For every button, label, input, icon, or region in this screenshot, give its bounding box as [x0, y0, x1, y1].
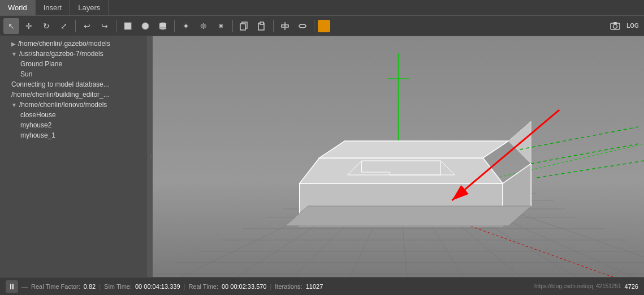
tree-item-gazebo-models[interactable]: ▶ /home/chenlin/.gazebo/models: [0, 39, 147, 49]
tab-layers-label: Layers: [78, 3, 100, 12]
real-time-factor-value: 0.82: [84, 283, 96, 290]
model-tree-panel: ▶ /home/chenlin/.gazebo/models ▼ /usr/sh…: [0, 36, 148, 277]
status-bar: ⏸ — Real Time Factor: 0.82 | Sim Time: 0…: [0, 277, 644, 295]
svg-rect-8: [260, 22, 263, 24]
tree-item-myhouse2[interactable]: myhouse2: [0, 120, 147, 130]
camera-button[interactable]: [607, 18, 623, 34]
toolbar-separator-6: [314, 20, 314, 32]
tree-item-label: /home/chenlin/building_editor_...: [11, 91, 142, 99]
svg-rect-6: [240, 24, 245, 30]
align-button[interactable]: [277, 18, 293, 34]
svg-marker-44: [286, 206, 531, 226]
toolbar: ↖ ✛ ↻ ⤢ ↩ ↪ ✦ ❊ ⁕ LOG: [0, 16, 644, 36]
tree-item-myhouse1[interactable]: myhouse_1: [0, 130, 147, 140]
tree-item-label: closeHouse: [20, 111, 142, 119]
tree-item-label: Connecting to model database...: [11, 80, 142, 88]
sphere-button[interactable]: [137, 18, 153, 34]
paste-button[interactable]: [254, 18, 270, 34]
undo-button[interactable]: ↩: [79, 18, 95, 34]
3d-viewport[interactable]: [153, 36, 644, 277]
fps-value: 4726: [625, 283, 638, 290]
copy-button[interactable]: [236, 18, 252, 34]
pause-button[interactable]: ⏸: [6, 280, 18, 293]
tree-item-usr-share[interactable]: ▼ /usr/share/gazebo-7/models: [0, 49, 147, 59]
tree-item-connecting: Connecting to model database...: [0, 79, 147, 89]
iterations-label: Iterations:: [275, 283, 302, 290]
cylinder-button[interactable]: [155, 18, 171, 34]
log-button[interactable]: LOG: [625, 18, 641, 34]
tree-item-ground-plane[interactable]: Ground Plane: [0, 59, 147, 69]
watermark-text: https://blog.csdn.net/qq_42151251: [534, 283, 621, 289]
tab-world-label: World: [8, 3, 27, 12]
tree-item-building-editor[interactable]: /home/chenlin/building_editor_...: [0, 89, 147, 100]
status-sep-1: |: [99, 283, 101, 290]
panel-splitter[interactable]: ⋮: [148, 36, 153, 277]
snap-button[interactable]: [295, 18, 310, 34]
tab-insert-label: Insert: [44, 3, 62, 12]
orange-tool-button[interactable]: [318, 20, 330, 32]
viewport-canvas: [153, 36, 644, 277]
toolbar-separator-2: [116, 20, 116, 32]
tree-item-label: /usr/share/gazebo-7/models: [19, 50, 142, 58]
status-dash: —: [21, 283, 28, 290]
spot-light-button[interactable]: ❊: [196, 18, 211, 34]
dir-light-button[interactable]: ⁕: [213, 18, 229, 34]
arrow-icon: ▶: [11, 41, 16, 47]
toolbar-separator-5: [273, 20, 274, 32]
tree-item-label: /home/chenlin/lenovo/models: [19, 101, 142, 109]
svg-point-4: [159, 27, 166, 29]
arrow-icon: ▼: [11, 102, 17, 108]
rotate-tool-button[interactable]: ↻: [38, 18, 54, 34]
main-layout: ▶ /home/chenlin/.gazebo/models ▼ /usr/sh…: [0, 36, 644, 277]
tree-item-label: Sun: [20, 70, 142, 78]
tree-item-label: myhouse_1: [20, 131, 142, 139]
svg-rect-0: [124, 23, 131, 29]
svg-marker-38: [300, 158, 503, 183]
box-button[interactable]: [120, 18, 136, 34]
svg-marker-41: [319, 141, 509, 158]
tab-layers[interactable]: Layers: [70, 0, 109, 15]
svg-point-12: [613, 24, 617, 28]
svg-rect-13: [613, 22, 617, 24]
tree-item-lenovo-models[interactable]: ▼ /home/chenlin/lenovo/models: [0, 100, 147, 110]
real-time-value: 00 00:02:33.570: [222, 283, 267, 290]
translate-tool-button[interactable]: ✛: [21, 18, 37, 34]
status-sep-2: |: [184, 283, 185, 290]
point-light-button[interactable]: ✦: [178, 18, 194, 34]
tree-item-sun[interactable]: Sun: [0, 69, 147, 79]
tab-bar: World Insert Layers: [0, 0, 644, 16]
toolbar-separator-3: [174, 20, 175, 32]
tree-item-label: Ground Plane: [20, 60, 142, 68]
sim-time-value: 00 00:04:13.339: [135, 283, 180, 290]
tree-item-closehouse[interactable]: closeHouse: [0, 110, 147, 120]
toolbar-separator-1: [75, 20, 76, 32]
scale-tool-button[interactable]: ⤢: [56, 18, 72, 34]
real-time-label: Real Time:: [188, 283, 218, 290]
svg-point-1: [142, 23, 149, 29]
tree-item-label: myhouse2: [20, 121, 142, 129]
pause-icon: ⏸: [8, 282, 16, 291]
real-time-factor-label: Real Time Factor:: [31, 283, 80, 290]
arrow-icon: ▼: [11, 51, 17, 57]
tab-world[interactable]: World: [0, 0, 36, 15]
status-sep-3: |: [270, 283, 272, 290]
tab-insert[interactable]: Insert: [36, 0, 71, 15]
redo-button[interactable]: ↪: [97, 18, 113, 34]
tree-item-label: /home/chenlin/.gazebo/models: [18, 40, 142, 48]
select-tool-button[interactable]: ↖: [3, 18, 19, 34]
iterations-value: 11027: [306, 283, 323, 290]
toolbar-separator-4: [232, 20, 233, 32]
sim-time-label: Sim Time:: [104, 283, 132, 290]
